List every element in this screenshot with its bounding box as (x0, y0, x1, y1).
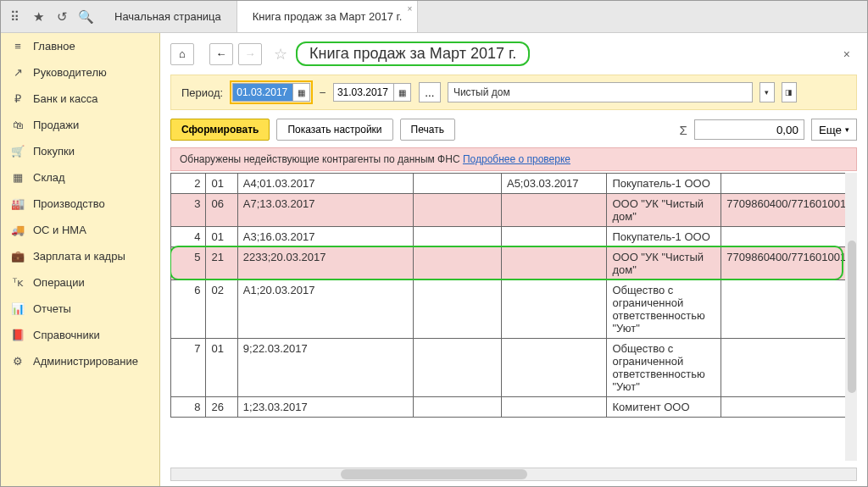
sidebar-icon: 💼 (11, 250, 25, 263)
close-page-button[interactable]: × (837, 44, 857, 64)
table-row[interactable]: 7019;22.03.2017Общество с ограниченной о… (171, 339, 857, 397)
close-icon[interactable]: × (407, 4, 412, 14)
warn-link[interactable]: Подробнее о проверке (463, 153, 570, 165)
sidebar-label: Руководителю (33, 66, 107, 79)
calendar-icon[interactable]: ▦ (293, 83, 310, 102)
org-select[interactable]: Чистый дом (448, 82, 753, 102)
sum-input[interactable] (694, 119, 804, 140)
sidebar-label: Отчеты (33, 302, 71, 315)
history-icon[interactable]: ↺ (53, 8, 70, 25)
table-row[interactable]: 602A1;20.03.2017Общество с ограниченной … (171, 280, 857, 339)
tab-home[interactable]: Начальная страница (99, 1, 237, 32)
sidebar-icon: 📊 (11, 302, 25, 315)
sidebar-label: Операции (33, 276, 85, 289)
favorite-icon[interactable]: ☆ (274, 45, 287, 64)
table-row[interactable]: 201A4;01.03.2017A5;03.03.2017Покупатель-… (171, 174, 857, 194)
sidebar: ≡Главное↗Руководителю₽Банк и касса🛍Прода… (1, 33, 160, 486)
star-icon[interactable]: ★ (30, 8, 47, 25)
sidebar-item[interactable]: 🏭Производство (1, 191, 159, 217)
sidebar-label: Справочники (33, 329, 100, 341)
sidebar-icon: ↗ (11, 66, 25, 79)
vertical-scrollbar[interactable] (845, 173, 857, 461)
expand-icon[interactable]: ◨ (782, 82, 797, 102)
sidebar-icon: 🚚 (11, 224, 25, 236)
sidebar-item[interactable]: 🚚ОС и НМА (1, 217, 159, 243)
sidebar-label: Банк и касса (33, 92, 98, 105)
sidebar-icon: 🛒 (11, 145, 25, 158)
table-area: 201A4;01.03.2017A5;03.03.2017Покупатель-… (170, 173, 857, 461)
sidebar-label: ОС и НМА (33, 224, 86, 236)
sidebar-label: Склад (33, 171, 65, 184)
topbar-icons: ⠿ ★ ↺ 🔍 (1, 1, 99, 32)
table-row[interactable]: 401A3;16.03.2017Покупатель-1 ООО (171, 227, 857, 247)
period-label: Период: (181, 86, 223, 99)
period-picker-button[interactable]: ... (419, 82, 441, 102)
sidebar-label: Покупки (33, 145, 75, 158)
sidebar-icon: ⚙ (11, 355, 25, 368)
sidebar-icon: ≡ (11, 40, 25, 53)
sidebar-icon: 🛍 (11, 119, 25, 131)
sidebar-icon: ▦ (11, 171, 25, 184)
period-panel: Период: ▦ – ▦ ... Чистый дом ▾ ◨ (170, 75, 857, 110)
sidebar-item[interactable]: ↗Руководителю (1, 59, 159, 86)
sidebar-icon: ᵀᴋ (11, 276, 25, 289)
tab-sales-book[interactable]: Книга продаж за Март 2017 г. × (237, 1, 418, 32)
sidebar-item[interactable]: ≡Главное (1, 33, 159, 59)
form-button[interactable]: Сформировать (170, 119, 270, 141)
sidebar-item[interactable]: ₽Банк и касса (1, 86, 159, 112)
dropdown-icon[interactable]: ▾ (760, 82, 775, 102)
show-settings-button[interactable]: Показать настройки (276, 119, 392, 141)
home-button[interactable]: ⌂ (170, 43, 194, 65)
more-button[interactable]: Еще▾ (811, 119, 857, 141)
table-row[interactable]: 5212233;20.03.2017ООО "УК "Чистый дом"77… (171, 247, 857, 280)
period-to-input[interactable] (333, 83, 394, 102)
content: ⌂ ← → ☆ Книга продаж за Март 2017 г. × П… (160, 33, 867, 486)
horizontal-scrollbar[interactable] (170, 468, 857, 481)
sidebar-label: Продажи (33, 119, 79, 131)
sidebar-item[interactable]: ᵀᴋОперации (1, 269, 159, 296)
sidebar-label: Администрирование (33, 355, 138, 368)
page-title: Книга продаж за Март 2017 г. (296, 42, 530, 66)
sum-icon: Σ (680, 123, 687, 137)
search-icon[interactable]: 🔍 (77, 8, 94, 25)
warning-bar: Обнаружены недействующие контрагенты по … (170, 147, 857, 171)
sidebar-label: Производство (33, 197, 105, 210)
sidebar-icon: 📕 (11, 329, 25, 341)
back-button[interactable]: ← (209, 43, 233, 65)
sidebar-item[interactable]: 📕Справочники (1, 322, 159, 348)
sidebar-item[interactable]: 🛍Продажи (1, 112, 159, 138)
sidebar-item[interactable]: ▦Склад (1, 164, 159, 191)
sidebar-item[interactable]: 📊Отчеты (1, 296, 159, 322)
apps-icon[interactable]: ⠿ (6, 8, 23, 25)
sidebar-item[interactable]: ⚙Администрирование (1, 348, 159, 374)
sales-table: 201A4;01.03.2017A5;03.03.2017Покупатель-… (170, 173, 857, 418)
top-bar: ⠿ ★ ↺ 🔍 Начальная страница Книга продаж … (1, 1, 867, 33)
calendar-icon[interactable]: ▦ (394, 83, 411, 102)
sidebar-item[interactable]: 💼Зарплата и кадры (1, 243, 159, 269)
sidebar-icon: 🏭 (11, 197, 25, 210)
table-row[interactable]: 8261;23.03.2017Комитент ООО (171, 397, 857, 418)
sidebar-label: Главное (33, 40, 75, 53)
forward-button[interactable]: → (238, 43, 262, 65)
print-button[interactable]: Печать (400, 119, 455, 141)
period-from-input[interactable] (232, 83, 293, 102)
table-row[interactable]: 306A7;13.03.2017ООО "УК "Чистый дом"7709… (171, 194, 857, 227)
sidebar-icon: ₽ (11, 92, 25, 105)
sidebar-item[interactable]: 🛒Покупки (1, 138, 159, 164)
sidebar-label: Зарплата и кадры (33, 250, 125, 263)
